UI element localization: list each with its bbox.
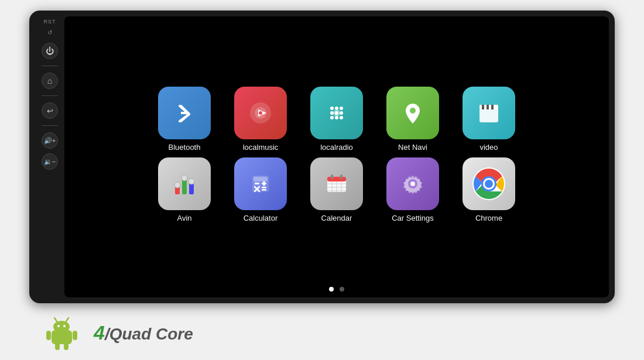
svg-point-7 [340,107,343,110]
dot-1[interactable] [329,287,334,292]
svg-rect-60 [46,331,51,340]
svg-point-4 [259,111,262,115]
device-shell: RST ↺ ⏻ ⌂ ↩ 🔊+ 🔉− [29,11,615,303]
carsettings-svg [398,169,428,199]
quad-core-text: 4/Quad Core [94,321,193,344]
avin-svg [169,169,200,199]
svg-rect-29 [254,177,268,181]
bluetooth-label: Bluetooth [169,143,201,152]
svg-rect-21 [491,105,494,109]
calculator-svg [245,169,276,199]
app-row-2: Avin [152,157,521,222]
bluetooth-svg [169,98,200,128]
app-netnavi[interactable]: Net Navi [381,87,445,152]
app-calendar[interactable]: Calendar [304,157,369,222]
svg-rect-30 [255,183,259,184]
volume-down-icon: 🔉− [44,158,56,166]
quad-number: 4 [94,321,105,344]
android-svg [43,314,81,352]
avin-icon [158,157,211,210]
netnavi-icon [386,87,439,139]
svg-rect-33 [262,187,266,188]
video-label: video [479,143,498,152]
rst-icon: ↺ [47,29,52,36]
svg-rect-32 [263,181,265,186]
svg-point-49 [410,181,415,186]
carsettings-label: Car Settings [392,214,434,222]
svg-point-11 [330,116,334,119]
svg-point-15 [335,111,338,115]
video-svg [474,98,504,128]
calendar-label: Calendar [321,214,352,222]
svg-point-5 [330,107,334,110]
svg-rect-34 [262,189,266,191]
divider-3 [42,125,58,126]
svg-rect-40 [340,174,342,179]
video-icon [463,87,515,139]
home-icon: ⌂ [47,76,52,85]
svg-rect-23 [182,179,187,194]
svg-point-13 [340,116,343,119]
calendar-svg [321,169,352,199]
svg-rect-63 [64,343,68,350]
svg-rect-20 [487,105,489,109]
svg-line-58 [54,318,57,321]
volume-up-button[interactable]: 🔊+ [42,132,58,149]
app-row-1: Bluetooth localmusic [152,87,521,152]
svg-rect-17 [479,108,498,122]
calendar-icon [310,157,363,210]
volume-up-icon: 🔊+ [44,137,56,145]
carsettings-icon [386,157,439,210]
svg-rect-19 [482,105,484,109]
svg-rect-38 [327,177,346,181]
rst-label: RST [44,19,56,25]
svg-point-55 [53,321,70,332]
netnavi-label: Net Navi [398,143,427,152]
screen: Bluetooth localmusic [64,16,609,297]
localradio-icon [310,87,363,139]
calculator-icon [234,157,287,210]
app-bluetooth[interactable]: Bluetooth [152,87,217,152]
svg-point-56 [57,325,60,327]
back-icon: ↩ [47,107,53,115]
svg-point-25 [174,182,180,188]
pagination [329,287,344,297]
app-video[interactable]: video [457,87,521,152]
svg-point-16 [410,108,416,114]
chrome-svg [471,166,507,202]
quad-label: /Quad Core [105,325,193,343]
app-chrome[interactable]: Chrome [457,157,521,222]
netnavi-svg [398,98,428,128]
svg-point-27 [189,179,194,184]
calculator-label: Calculator [244,214,278,222]
app-localmusic[interactable]: localmusic [228,87,293,152]
chrome-icon [463,157,515,210]
volume-down-button[interactable]: 🔉− [42,153,58,170]
localmusic-icon [234,87,287,139]
localradio-svg [321,98,352,128]
localmusic-svg [245,98,276,128]
home-button[interactable]: ⌂ [42,73,58,89]
svg-point-53 [485,180,493,188]
app-avin[interactable]: Avin [152,157,217,222]
dot-2[interactable] [340,287,344,292]
app-calculator[interactable]: Calculator [228,157,293,222]
bottom-section: 4/Quad Core [29,303,615,353]
app-localradio[interactable]: localradio [304,87,369,152]
localradio-label: localradio [320,143,353,152]
divider-1 [42,66,58,66]
svg-rect-61 [73,331,77,340]
svg-point-57 [63,325,66,327]
side-panel: RST ↺ ⏻ ⌂ ↩ 🔊+ 🔉− [35,16,64,297]
android-logo [41,312,82,353]
power-button[interactable]: ⏻ [42,43,58,59]
back-button[interactable]: ↩ [42,102,58,119]
chrome-label: Chrome [475,214,502,222]
svg-rect-39 [331,174,333,179]
app-grid: Bluetooth localmusic [64,16,609,287]
svg-point-26 [181,175,187,181]
localmusic-label: localmusic [243,143,279,152]
app-carsettings[interactable]: Car Settings [381,157,445,222]
power-icon: ⏻ [46,46,54,56]
divider-2 [42,95,58,96]
